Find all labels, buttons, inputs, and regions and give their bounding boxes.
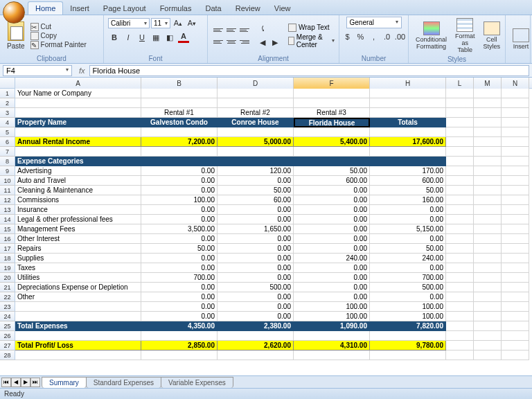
row-header-6[interactable]: 6 <box>0 137 15 147</box>
border-button[interactable]: ▦ <box>150 31 162 44</box>
cell[interactable] <box>502 137 529 147</box>
cell[interactable]: 0.00 <box>370 234 446 244</box>
currency-button[interactable]: $ <box>342 30 354 43</box>
align-bottom-button[interactable] <box>238 24 251 35</box>
cell[interactable]: 100.00 <box>370 312 446 321</box>
ribbon-tab-formulas[interactable]: Formulas <box>153 2 199 15</box>
cell[interactable] <box>502 312 529 321</box>
cell[interactable] <box>370 157 446 166</box>
cell[interactable] <box>141 127 218 137</box>
cell[interactable] <box>141 147 218 157</box>
align-top-button[interactable] <box>212 24 224 35</box>
cell[interactable]: 170.00 <box>370 166 446 176</box>
cell[interactable] <box>474 157 502 166</box>
cell[interactable] <box>446 292 474 302</box>
cell[interactable] <box>502 118 529 127</box>
cell[interactable]: 240.00 <box>294 254 370 263</box>
cell[interactable] <box>370 127 446 137</box>
cell[interactable] <box>294 351 370 360</box>
row-header-26[interactable]: 26 <box>0 331 15 341</box>
name-box[interactable]: F4▾ <box>3 65 72 76</box>
cell[interactable]: Rental #2 <box>218 108 294 118</box>
cell[interactable] <box>15 98 141 108</box>
cell[interactable] <box>502 341 529 351</box>
cell[interactable] <box>502 176 529 186</box>
cell[interactable]: Other <box>15 292 141 302</box>
cell[interactable] <box>502 147 529 157</box>
cell[interactable] <box>474 321 502 331</box>
cell[interactable]: 600.00 <box>370 176 446 186</box>
cell[interactable] <box>474 147 502 157</box>
cell[interactable]: 3,500.00 <box>141 224 218 234</box>
underline-button[interactable]: U <box>136 31 148 44</box>
cell[interactable] <box>446 98 474 108</box>
cell[interactable] <box>446 244 474 254</box>
comma-button[interactable]: , <box>368 30 380 43</box>
column-header-N[interactable]: N <box>502 78 529 89</box>
cell[interactable]: Total Profit/ Loss <box>15 341 141 351</box>
cell[interactable]: 0.00 <box>141 186 218 195</box>
row-header-25[interactable]: 25 <box>0 321 15 331</box>
cell[interactable] <box>474 341 502 351</box>
cell[interactable] <box>474 186 502 195</box>
cell[interactable] <box>502 273 529 283</box>
cell[interactable]: 0.00 <box>218 312 294 321</box>
align-center-button[interactable] <box>225 36 238 47</box>
cell[interactable]: Utilities <box>15 273 141 283</box>
cell[interactable]: 0.00 <box>141 234 218 244</box>
row-header-23[interactable]: 23 <box>0 302 15 312</box>
cell[interactable] <box>474 351 502 360</box>
ribbon-tab-view[interactable]: View <box>267 2 298 15</box>
row-header-14[interactable]: 14 <box>0 215 15 224</box>
cell[interactable] <box>218 331 294 341</box>
cell[interactable] <box>474 118 502 127</box>
row-header-20[interactable]: 20 <box>0 273 15 283</box>
cell[interactable] <box>446 331 474 341</box>
cell[interactable] <box>294 157 370 166</box>
cell[interactable] <box>502 351 529 360</box>
cell[interactable] <box>446 321 474 331</box>
cell[interactable]: 0.00 <box>294 234 370 244</box>
percent-button[interactable]: % <box>355 30 367 43</box>
cell[interactable]: 0.00 <box>294 186 370 195</box>
row-header-22[interactable]: 22 <box>0 292 15 302</box>
cell[interactable]: 50.00 <box>370 244 446 254</box>
row-header-19[interactable]: 19 <box>0 263 15 273</box>
cell[interactable] <box>294 331 370 341</box>
cell[interactable] <box>370 108 446 118</box>
cell[interactable]: 0.00 <box>294 244 370 254</box>
cell[interactable]: 0.00 <box>370 263 446 273</box>
row-header-3[interactable]: 3 <box>0 108 15 118</box>
cell[interactable] <box>502 283 529 292</box>
cell[interactable]: 0.00 <box>294 224 370 234</box>
cell[interactable] <box>15 351 141 360</box>
cell[interactable]: Totals <box>370 118 446 127</box>
column-header-D[interactable]: D <box>218 78 294 89</box>
row-header-13[interactable]: 13 <box>0 205 15 215</box>
cell[interactable]: 50.00 <box>141 244 218 254</box>
cell[interactable] <box>502 254 529 263</box>
cell[interactable] <box>141 157 218 166</box>
cell[interactable]: 2,620.00 <box>218 341 294 351</box>
increase-indent-button[interactable]: ▶ <box>269 37 281 49</box>
align-left-button[interactable] <box>212 36 224 47</box>
cell[interactable] <box>218 98 294 108</box>
row-header-21[interactable]: 21 <box>0 283 15 292</box>
cell[interactable] <box>446 186 474 195</box>
cell[interactable] <box>446 127 474 137</box>
first-sheet-button[interactable]: ⏮ <box>1 378 11 387</box>
row-header-4[interactable]: 4 <box>0 118 15 127</box>
cell[interactable]: Galveston Condo <box>141 118 218 127</box>
cell[interactable]: 600.00 <box>294 176 370 186</box>
font-color-button[interactable]: A <box>177 31 190 44</box>
cell[interactable]: 5,000.00 <box>218 137 294 147</box>
cell[interactable]: 0.00 <box>294 263 370 273</box>
cell[interactable] <box>370 147 446 157</box>
cell[interactable] <box>502 263 529 273</box>
cell[interactable] <box>15 331 141 341</box>
sheet-tab-variable-expenses[interactable]: Variable Expenses <box>161 377 233 388</box>
merge-center-button[interactable]: Merge & Center▾ <box>288 33 335 48</box>
cell-styles-button[interactable]: Cell Styles <box>481 20 504 52</box>
cell[interactable] <box>141 331 218 341</box>
cell[interactable]: 4,310.00 <box>294 341 370 351</box>
